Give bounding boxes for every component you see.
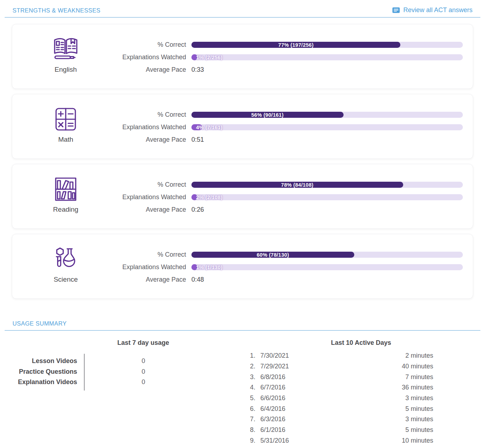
active-day-date: 6/4/2016 — [260, 405, 321, 413]
active-day-index: 4. — [242, 384, 255, 391]
active-day-duration: 40 minutes — [326, 363, 433, 370]
explanations-watched-label: Explanations Watched — [119, 263, 186, 271]
active-day-duration: 7 minutes — [326, 373, 433, 381]
bookshelf-icon — [52, 176, 79, 203]
explanations-watched-value: 2% (2/108) — [196, 195, 222, 200]
explanations-watched-value: 1% (2/256) — [196, 55, 222, 60]
usage-summary-header: USAGE SUMMARY — [5, 314, 480, 331]
active-day-row: 2. 7/29/2021 40 minutes — [242, 361, 433, 372]
active-day-duration: 5 minutes — [326, 405, 433, 413]
average-pace-label: Average Pace — [119, 136, 186, 144]
subject-stats: % Correct 60% (78/130) Explanations Watc… — [119, 234, 473, 298]
active-day-date: 7/29/2021 — [260, 363, 321, 370]
active-day-row: 6. 6/4/2016 5 minutes — [242, 403, 433, 414]
active-day-index: 9. — [242, 437, 255, 444]
active-day-duration: 10 minutes — [326, 437, 433, 444]
answer-list-icon — [392, 7, 400, 13]
percent-correct-value: 78% (84/108) — [281, 182, 314, 188]
percent-correct-value: 77% (197/256) — [278, 42, 314, 48]
usage-row-value: 0 — [85, 377, 202, 388]
review-link-label: Review all ACT answers — [403, 6, 472, 14]
math-operations-icon — [52, 106, 79, 133]
percent-correct-fill: 77% (197/256) — [191, 42, 400, 48]
usage-row-value: 0 — [85, 356, 202, 367]
average-pace-value: 0:26 — [191, 206, 463, 213]
active-day-row: 10. 5/20/2016 1 minutes — [242, 446, 433, 448]
subject-icon-block: Science — [12, 234, 119, 298]
active-day-duration: 5 minutes — [326, 426, 433, 434]
active-day-date: 6/6/2016 — [260, 394, 321, 402]
percent-correct-label: % Correct — [119, 181, 186, 188]
explanations-watched-bar: 2% (2/108) — [191, 194, 463, 200]
active-day-index: 1. — [242, 352, 255, 359]
active-day-date: 5/31/2016 — [260, 437, 321, 444]
active-day-date: 6/1/2016 — [260, 426, 321, 434]
open-book-pen-icon — [52, 36, 79, 63]
active-day-row: 8. 6/1/2016 5 minutes — [242, 425, 433, 436]
percent-correct-label: % Correct — [119, 41, 186, 49]
average-pace-value: 0:51 — [191, 136, 463, 144]
usage-row-labels: Lesson VideosPractice QuestionsExplanati… — [12, 356, 77, 388]
active-day-index: 8. — [242, 426, 255, 434]
percent-correct-fill: 78% (84/108) — [191, 182, 403, 188]
active-day-date: 6/8/2016 — [260, 373, 321, 381]
last-7-day-usage: Last 7 day usage Lesson VideosPractice Q… — [0, 339, 242, 448]
active-day-duration: 36 minutes — [326, 384, 433, 391]
average-pace-label: Average Pace — [119, 206, 186, 213]
last-7-day-usage-heading: Last 7 day usage — [84, 339, 202, 347]
average-pace-value: 0:48 — [191, 276, 463, 283]
average-pace-label: Average Pace — [119, 276, 186, 283]
active-days-list: 1. 7/30/2021 2 minutes 2. 7/29/2021 40 m… — [242, 351, 485, 448]
subject-name: Math — [58, 136, 73, 144]
subject-icon-block: English — [12, 24, 119, 89]
subject-cards: English % Correct 77% (197/256) Explanat… — [12, 24, 473, 299]
explanations-watched-value: 1% (1/130) — [196, 265, 222, 270]
subject-icon-block: Reading — [12, 164, 119, 228]
explanations-watched-value: 4% (7/161) — [196, 125, 222, 130]
active-day-row: 1. 7/30/2021 2 minutes — [242, 351, 433, 361]
active-day-index: 2. — [242, 363, 255, 370]
percent-correct-value: 56% (90/161) — [251, 112, 284, 118]
active-day-date: 6/3/2016 — [260, 416, 321, 423]
percent-correct-bar: 77% (197/256) — [191, 42, 463, 48]
active-day-index: 3. — [242, 373, 255, 381]
active-day-row: 7. 6/3/2016 3 minutes — [242, 414, 433, 425]
active-day-row: 5. 6/6/2016 3 minutes — [242, 393, 433, 404]
review-all-act-answers-link[interactable]: Review all ACT answers — [392, 6, 472, 14]
active-day-row: 4. 6/7/2016 36 minutes — [242, 382, 433, 393]
usage-summary-body: Last 7 day usage Lesson VideosPractice Q… — [0, 339, 485, 448]
subject-name: Reading — [53, 206, 79, 213]
active-day-date: 6/7/2016 — [260, 384, 321, 391]
subject-icon-block: Math — [12, 94, 119, 158]
percent-correct-label: % Correct — [119, 251, 186, 258]
explanations-watched-bar: 1% (1/130) — [191, 264, 463, 270]
usage-row-value: 0 — [85, 367, 202, 377]
subject-name: Science — [54, 276, 78, 283]
active-day-row: 3. 6/8/2016 7 minutes — [242, 372, 433, 382]
average-pace-label: Average Pace — [119, 66, 186, 74]
active-day-index: 7. — [242, 416, 255, 423]
subject-card-math: Math % Correct 56% (90/161) Explanations… — [12, 94, 473, 159]
percent-correct-label: % Correct — [119, 111, 186, 119]
explanations-watched-label: Explanations Watched — [119, 124, 186, 131]
subject-card-english: English % Correct 77% (197/256) Explanat… — [12, 24, 473, 89]
subject-stats: % Correct 77% (197/256) Explanations Wat… — [119, 24, 473, 89]
section-title: STRENGTHS & WEAKNESSES — [12, 7, 100, 14]
percent-correct-bar: 56% (90/161) — [191, 112, 463, 118]
last-10-active-days: Last 10 Active Days 1. 7/30/2021 2 minut… — [242, 339, 485, 448]
active-day-row: 9. 5/31/2016 10 minutes — [242, 436, 433, 446]
explanations-watched-label: Explanations Watched — [119, 54, 186, 61]
active-day-index: 5. — [242, 394, 255, 402]
active-day-index: 6. — [242, 405, 255, 413]
explanations-watched-bar: 4% (7/161) — [191, 124, 463, 130]
percent-correct-fill: 56% (90/161) — [191, 112, 344, 118]
last-10-active-days-heading: Last 10 Active Days — [242, 339, 433, 347]
usage-row-label: Practice Questions — [19, 367, 77, 377]
percent-correct-fill: 60% (78/130) — [191, 252, 354, 258]
active-day-duration: 2 minutes — [326, 352, 433, 359]
percent-correct-bar: 78% (84/108) — [191, 182, 463, 188]
subject-name: English — [55, 66, 77, 74]
average-pace-value: 0:33 — [191, 66, 463, 74]
last-7-day-usage-table: Lesson VideosPractice QuestionsExplanati… — [12, 356, 242, 388]
subject-card-reading: Reading % Correct 78% (84/108) Explanati… — [12, 164, 473, 229]
